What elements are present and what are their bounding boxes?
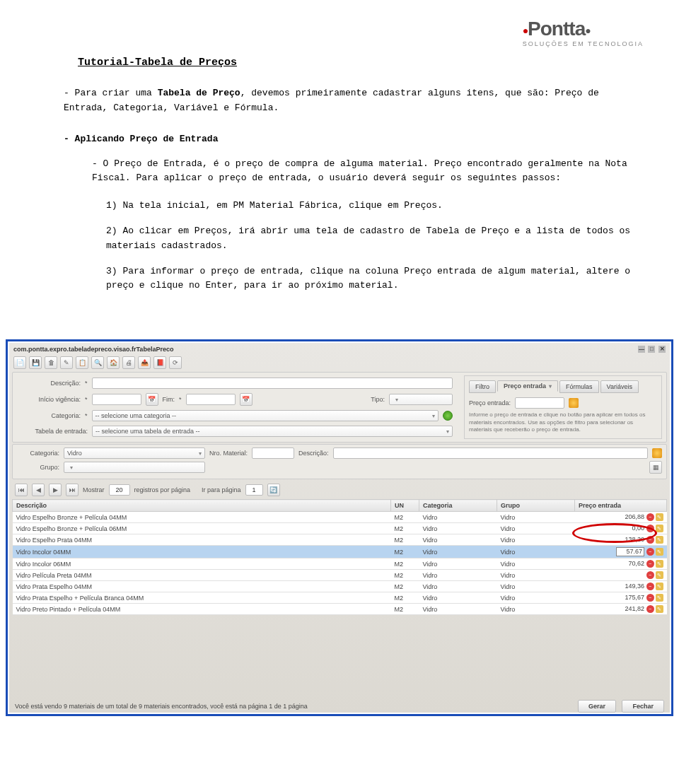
col-preco[interactable]: Preço entrada: [575, 500, 667, 512]
cell-preco[interactable]: −✎: [575, 570, 667, 581]
cell-categoria: Vidro: [419, 570, 497, 581]
grupo-select[interactable]: [64, 462, 205, 473]
cell-preco[interactable]: 206,88 −✎: [575, 512, 667, 523]
edit-row-icon[interactable]: ✎: [656, 560, 663, 568]
minimize-icon[interactable]: —: [638, 346, 645, 353]
tabela-entrada-select[interactable]: -- selecione uma tabela de entrada --: [92, 426, 453, 437]
tab-variaveis[interactable]: Variáveis: [600, 380, 639, 393]
edit-row-icon[interactable]: ✎: [656, 605, 663, 613]
copy-icon[interactable]: 📋: [76, 356, 88, 369]
edit-row-icon[interactable]: ✎: [656, 513, 663, 521]
close-icon[interactable]: ✕: [658, 346, 666, 353]
form-left: Descrição: * Início vigência: * 📅 Fim: *…: [17, 375, 460, 439]
fechar-button[interactable]: Fechar: [622, 700, 664, 713]
print-icon[interactable]: 🖨: [122, 356, 135, 369]
page-title: Tutorial-Tabela de Preços: [78, 57, 644, 69]
table-row[interactable]: Vidro Película Preta 04MMM2VidroVidro −✎: [13, 570, 667, 581]
next-page-icon[interactable]: ▶: [49, 484, 62, 496]
section-heading: - Aplicando Preço de Entrada: [64, 134, 644, 144]
tipo-select[interactable]: [389, 394, 453, 405]
remove-icon[interactable]: −: [646, 571, 654, 579]
categoria-select[interactable]: -- selecione uma categoria --: [92, 410, 439, 421]
pdf-icon[interactable]: 📕: [153, 356, 166, 369]
home-icon[interactable]: 🏠: [107, 356, 120, 369]
step-2: 2) Ao clicar em Preços, irá abrir uma te…: [64, 224, 644, 254]
table-row[interactable]: Vidro Incolor 06MMM2VidroVidro70,62 −✎: [13, 558, 667, 570]
descricao-filter-input[interactable]: [333, 447, 648, 459]
categoria-filter-select[interactable]: Vidro: [64, 447, 205, 459]
right-panel: Filtro Preço entrada Fórmulas Variáveis …: [464, 375, 662, 439]
per-page-input[interactable]: [109, 484, 130, 496]
tab-formulas[interactable]: Fórmulas: [559, 380, 599, 393]
remove-icon[interactable]: −: [646, 513, 654, 521]
table-row[interactable]: Vidro Prata Espelho + Película Branca 04…: [13, 592, 667, 604]
calendar-icon[interactable]: 📅: [240, 393, 253, 406]
tab-filtro[interactable]: Filtro: [469, 380, 496, 393]
cell-un: M2: [391, 570, 419, 581]
col-categoria[interactable]: Categoria: [419, 500, 497, 512]
refresh-icon[interactable]: ⟳: [169, 356, 182, 369]
table-row[interactable]: Vidro Prata Espelho 04MMM2VidroVidro149,…: [13, 581, 667, 592]
first-page-icon[interactable]: ⏮: [15, 484, 28, 496]
remove-icon[interactable]: −: [646, 560, 654, 568]
filter-apply-icon[interactable]: [652, 448, 662, 458]
table-row[interactable]: Vidro Espelho Bronze + Película 06MMM2Vi…: [13, 523, 667, 534]
export-icon[interactable]: 📤: [138, 356, 151, 369]
new-icon[interactable]: 📄: [13, 356, 26, 369]
cell-descricao: Vidro Prata Espelho 04MM: [13, 581, 391, 592]
col-grupo[interactable]: Grupo: [497, 500, 575, 512]
cell-preco[interactable]: 57.67 −✎: [575, 546, 667, 558]
table-row[interactable]: Vidro Espelho Prata 04MMM2VidroVidro138,…: [13, 534, 667, 546]
save-icon[interactable]: 💾: [29, 356, 42, 369]
go-page-icon[interactable]: 🔄: [267, 484, 280, 496]
find-icon[interactable]: 🔍: [91, 356, 104, 369]
cell-preco[interactable]: 138,20 −✎: [575, 534, 667, 546]
edit-row-icon[interactable]: ✎: [656, 583, 663, 590]
cell-un: M2: [391, 512, 419, 523]
remove-icon[interactable]: −: [646, 536, 654, 544]
cell-grupo: Vidro: [497, 546, 575, 558]
nro-material-input[interactable]: [252, 447, 294, 459]
edit-row-icon[interactable]: ✎: [656, 525, 663, 532]
last-page-icon[interactable]: ⏭: [66, 484, 79, 496]
descricao-input[interactable]: [92, 378, 453, 389]
remove-icon[interactable]: −: [646, 583, 654, 590]
gerar-button[interactable]: Gerar: [578, 700, 616, 713]
label-tipo: Tipo:: [371, 396, 385, 403]
apply-icon[interactable]: [569, 398, 579, 408]
table-row[interactable]: Vidro Preto Pintado + Película 04MMM2Vid…: [13, 604, 667, 615]
cell-preco[interactable]: 241,82 −✎: [575, 604, 667, 615]
tab-preco-entrada[interactable]: Preço entrada: [497, 380, 558, 392]
col-descricao[interactable]: Descrição: [13, 500, 391, 512]
remove-icon[interactable]: −: [646, 594, 654, 602]
grid-icon[interactable]: ▦: [649, 461, 662, 474]
edit-row-icon[interactable]: ✎: [656, 571, 663, 579]
cell-preco[interactable]: 149,36 −✎: [575, 581, 667, 592]
page-input[interactable]: [245, 484, 263, 496]
step-1: 1) Na tela inicial, em PM Material Fábri…: [64, 199, 644, 213]
inicio-input[interactable]: [92, 394, 141, 405]
prev-page-icon[interactable]: ◀: [32, 484, 45, 496]
cell-preco[interactable]: 175,67 −✎: [575, 592, 667, 604]
maximize-icon[interactable]: □: [648, 346, 655, 353]
required-mark: *: [179, 396, 182, 403]
cell-preco[interactable]: 70,62 −✎: [575, 558, 667, 570]
delete-icon[interactable]: 🗑: [45, 356, 57, 369]
remove-icon[interactable]: −: [646, 525, 654, 532]
edit-row-icon[interactable]: ✎: [656, 548, 663, 556]
calendar-icon[interactable]: 📅: [146, 393, 158, 406]
preco-edit-input[interactable]: 57.67: [616, 547, 644, 556]
remove-icon[interactable]: −: [646, 548, 654, 556]
edit-row-icon[interactable]: ✎: [656, 594, 663, 602]
fim-input[interactable]: [186, 394, 236, 405]
window-controls[interactable]: — □ ✕: [637, 345, 666, 353]
add-icon[interactable]: [443, 411, 453, 421]
edit-icon[interactable]: ✎: [60, 356, 73, 369]
table-row[interactable]: Vidro Incolor 04MMM2VidroVidro57.67 −✎: [13, 546, 667, 558]
remove-icon[interactable]: −: [646, 605, 654, 613]
edit-row-icon[interactable]: ✎: [656, 536, 663, 544]
col-un[interactable]: UN: [391, 500, 419, 512]
table-row[interactable]: Vidro Espelho Bronze + Película 04MMM2Vi…: [13, 512, 667, 523]
cell-preco[interactable]: 0,00 −✎: [575, 523, 667, 534]
preco-entrada-input[interactable]: [515, 397, 564, 409]
